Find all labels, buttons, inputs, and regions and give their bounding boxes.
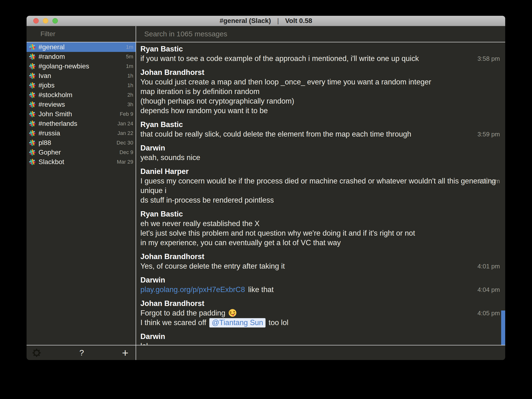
channel-row[interactable]: Ivan1h (26, 71, 136, 81)
user-mention[interactable]: @Tiantang Sun (209, 318, 266, 328)
message-group: Darwinlol (140, 332, 500, 345)
message-author: Johan Brandhorst (140, 299, 500, 308)
message-line: let's just solve this problem and not qu… (140, 228, 500, 238)
channel-label: Slackbot (38, 158, 117, 166)
message-line: play.golang.org/p/pxH7eExbrC8like that (140, 285, 500, 294)
slack-hash-icon (28, 53, 36, 61)
message-line: in my experience, you can eventually get… (140, 238, 500, 247)
slack-hash-icon (28, 101, 36, 108)
channel-label: #stockholm (38, 91, 127, 99)
message-line: that could be really slick, could delete… (140, 129, 500, 139)
window-title-channel: #general (Slack) (220, 17, 271, 25)
message-timestamp: 4:05 pm (477, 308, 500, 318)
channel-label: #reviews (38, 101, 127, 108)
channel-time: 1m (126, 44, 133, 50)
message-group: Ryan Basticthat could be really slick, c… (140, 120, 500, 139)
message-text: that could be really slick, could delete… (140, 130, 411, 138)
message-text: ds stuff in-process be rendered pointles… (140, 196, 274, 204)
settings-button[interactable] (32, 348, 41, 358)
channel-row[interactable]: #random5m (26, 52, 136, 62)
message-line: map iteration is by definition random (140, 87, 500, 96)
message-group: Johan BrandhorstYou could just create a … (140, 68, 500, 115)
message-text: I guess my concern would be if the proce… (140, 177, 496, 195)
message-list: Ryan Basticif you want to see a code exa… (136, 42, 505, 345)
search-input[interactable] (144, 30, 403, 38)
message-text: like that (248, 285, 274, 294)
message-timestamp: 4:04 pm (477, 285, 500, 294)
message-group: Ryan Basticif you want to see a code exa… (140, 44, 500, 63)
message-line: (though perhaps not cryptographically ra… (140, 96, 500, 106)
channel-row[interactable]: John SmithFeb 9 (26, 109, 136, 119)
message-line: if you want to see a code example of the… (140, 54, 500, 63)
channel-label: #random (38, 53, 126, 61)
channel-time: 2h (127, 92, 133, 98)
channel-row[interactable]: pl88Dec 30 (26, 138, 136, 148)
window-title: #general (Slack) | Volt 0.58 (220, 17, 312, 25)
message-line: yeah, sounds nice (140, 153, 500, 162)
channel-row[interactable]: GopherDec 9 (26, 148, 136, 157)
scrollbar-thumb[interactable] (501, 310, 505, 345)
message-text: map iteration is by definition random (140, 87, 260, 96)
message-text: I think we scared off (140, 318, 206, 327)
channel-label: John Smith (38, 110, 120, 118)
search-bar (136, 26, 505, 42)
message-line: lol (140, 341, 500, 345)
message-line: You could just create a map and then loo… (140, 77, 500, 87)
maximize-button[interactable] (52, 18, 58, 24)
channel-time: Jan 24 (117, 120, 133, 127)
message-line: ds stuff in-process be rendered pointles… (140, 196, 500, 205)
channel-row[interactable]: #general1m (26, 42, 136, 52)
channel-row[interactable]: #golang-newbies1m (26, 62, 136, 71)
message-author: Darwin (140, 275, 500, 285)
footer-right-area (136, 345, 505, 360)
message-group: Darwinyeah, sounds nice (140, 143, 500, 162)
channel-label: #russia (38, 129, 117, 137)
close-button[interactable] (33, 18, 39, 24)
channel-row[interactable]: SlackbotMar 29 (26, 157, 136, 167)
channel-time: Jan 22 (117, 130, 133, 136)
message-timestamp: 4:00 pm (477, 176, 500, 186)
message-group: Ryan Basticeh we never really establishe… (140, 209, 500, 247)
channel-label: #netherlands (38, 120, 117, 127)
message-text: Yes, of course delete the entry after ta… (140, 262, 285, 270)
footer-bar: ? + (26, 345, 505, 360)
sidebar-footer: ? + (26, 345, 136, 360)
channel-time: 3h (127, 101, 133, 108)
message-line: depends how random you want it to be (140, 106, 500, 115)
channel-row[interactable]: #stockholm2h (26, 90, 136, 100)
slack-hash-icon (28, 63, 36, 70)
channel-time: Mar 29 (117, 159, 133, 165)
message-timestamp: 4:01 pm (477, 261, 500, 271)
main-panel: Ryan Basticif you want to see a code exa… (136, 26, 505, 345)
channel-time: 5m (126, 54, 133, 60)
message-link[interactable]: play.golang.org/p/pxH7eExbrC8 (140, 285, 245, 294)
message-author: Ryan Bastic (140, 209, 500, 219)
slack-hash-icon (28, 120, 36, 127)
titlebar[interactable]: #general (Slack) | Volt 0.58 (26, 16, 505, 26)
message-group: Daniel HarperI guess my concern would be… (140, 167, 500, 205)
channel-row[interactable]: #russiaJan 22 (26, 128, 136, 138)
filter-input[interactable] (40, 30, 122, 38)
help-button[interactable]: ? (79, 348, 84, 357)
slack-hash-icon (28, 158, 36, 166)
channel-row[interactable]: #netherlandsJan 24 (26, 119, 136, 128)
channel-row[interactable]: #reviews3h (26, 100, 136, 109)
slack-hash-icon (28, 91, 36, 99)
add-button[interactable]: + (122, 347, 128, 358)
message-author: Ryan Bastic (140, 44, 500, 54)
message-author: Johan Brandhorst (140, 68, 500, 77)
message-timestamp: 3:59 pm (477, 129, 500, 139)
message-line: Yes, of course delete the entry after ta… (140, 261, 500, 271)
channel-time: 1m (126, 63, 133, 69)
channel-label: #general (38, 43, 126, 51)
channel-label: #jobs (38, 82, 127, 89)
message-text: too lol (269, 318, 288, 327)
message-line: Forgot to add the padding (140, 308, 500, 318)
minimize-button[interactable] (43, 18, 48, 24)
slack-hash-icon (28, 82, 36, 89)
message-author: Johan Brandhorst (140, 252, 500, 261)
winking-tongue-emoji (228, 309, 237, 317)
message-group: Johan BrandhorstForgot to add the paddin… (140, 299, 500, 328)
slack-hash-icon (28, 139, 36, 147)
channel-row[interactable]: #jobs1h (26, 81, 136, 90)
